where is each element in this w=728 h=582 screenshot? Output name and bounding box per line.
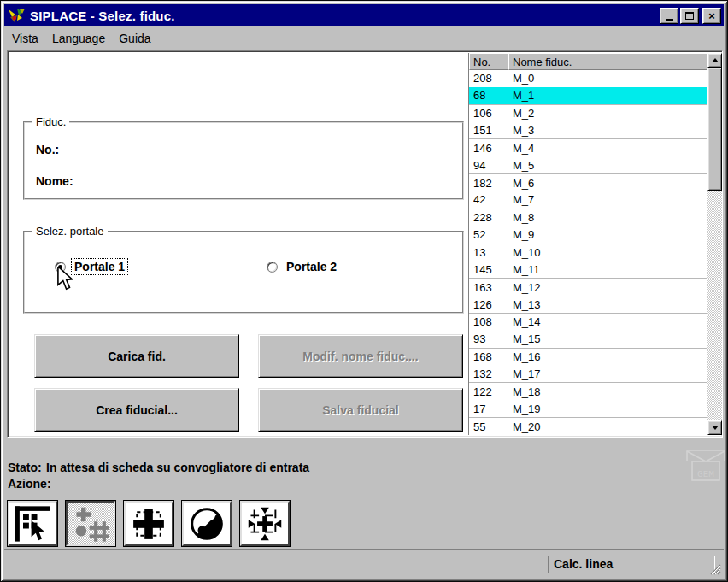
menu-item-vista[interactable]: Vista xyxy=(5,29,45,48)
fiduc-no-label: No.: xyxy=(36,143,59,156)
table-row[interactable]: 52M_9 xyxy=(469,226,707,244)
table-row[interactable]: 108M_14 xyxy=(469,314,707,331)
table-body: 208M_068M_1106M_2151M_3146M_494M_5182M_6… xyxy=(469,70,707,435)
toolbar-select-pointer-button[interactable] xyxy=(8,501,57,546)
cell-no: 42 xyxy=(469,193,508,206)
table-row[interactable]: 126M_13 xyxy=(469,296,707,314)
table-row[interactable]: 93M_15 xyxy=(469,331,707,349)
minimize-icon xyxy=(666,19,673,21)
cell-no: 13 xyxy=(469,246,508,259)
maximize-icon xyxy=(685,12,694,20)
cell-nome: M_12 xyxy=(508,281,707,294)
table-row[interactable]: 42M_7 xyxy=(469,191,707,209)
menu-bar: VistaLanguageGuida xyxy=(5,27,723,49)
table-row[interactable]: 208M_0 xyxy=(469,70,707,87)
cell-nome: M_15 xyxy=(508,332,707,345)
cell-no: 208 xyxy=(469,72,508,85)
table-row[interactable]: 182M_6 xyxy=(469,174,707,191)
cell-no: 145 xyxy=(469,263,508,276)
crea-fiducial-button[interactable]: Crea fiducial... xyxy=(34,388,239,432)
table-row[interactable]: 168M_16 xyxy=(469,349,707,366)
table-row[interactable]: 146M_4 xyxy=(469,139,707,156)
cell-no: 55 xyxy=(469,420,508,433)
cell-no: 106 xyxy=(469,107,508,120)
cell-nome: M_5 xyxy=(508,159,707,172)
close-icon: × xyxy=(708,10,715,21)
carica-fid-button[interactable]: Carica fid. xyxy=(34,334,239,378)
cell-nome: M_4 xyxy=(508,142,707,155)
cell-nome: M_7 xyxy=(508,193,707,206)
toolbar-cross-expand-button[interactable] xyxy=(124,501,173,546)
cell-no: 168 xyxy=(469,350,508,363)
table-row[interactable]: 106M_2 xyxy=(469,105,707,122)
cell-no: 182 xyxy=(469,177,508,190)
scroll-down-button[interactable] xyxy=(707,420,722,435)
fiducial-grid-icon xyxy=(72,505,109,543)
app-window: SIPLACE - Selez. fiduc. × VistaLanguageG… xyxy=(0,0,728,582)
table-row[interactable]: 68M_1 xyxy=(469,87,707,105)
resize-grip[interactable] xyxy=(709,563,721,575)
table-row[interactable]: 132M_17 xyxy=(469,366,707,384)
calc-linea-field: Calc. linea xyxy=(548,556,715,573)
modif-nome-fiduc-button: Modif. nome fiduc.... xyxy=(258,334,463,378)
menu-item-language[interactable]: Language xyxy=(45,29,112,48)
cell-no: 163 xyxy=(469,281,508,294)
close-button[interactable]: × xyxy=(702,8,721,24)
column-header-no[interactable]: No. xyxy=(469,53,508,70)
table-row[interactable]: 13M_10 xyxy=(469,244,707,262)
table-row[interactable]: 94M_5 xyxy=(469,156,707,174)
table-row[interactable]: 55M_20 xyxy=(469,418,707,435)
toolbar-fiducial-grid-button[interactable] xyxy=(66,501,115,546)
fiduc-groupbox: Fiduc. xyxy=(23,121,464,200)
table-row[interactable]: 163M_12 xyxy=(469,279,707,296)
table-row[interactable]: 228M_8 xyxy=(469,209,707,226)
table-row[interactable]: 151M_3 xyxy=(469,122,707,140)
title-bar[interactable]: SIPLACE - Selez. fiduc. × xyxy=(4,4,724,26)
maximize-button[interactable] xyxy=(680,8,699,24)
cross-expand-icon xyxy=(130,505,167,543)
cell-no: 52 xyxy=(469,228,508,241)
column-header-nome[interactable]: Nome fiduc. xyxy=(508,53,707,70)
fiduc-group-title: Fiduc. xyxy=(32,115,69,128)
cell-nome: M_17 xyxy=(508,367,707,380)
portale-1-label[interactable]: Portale 1 xyxy=(72,259,127,274)
cell-nome: M_6 xyxy=(508,177,707,190)
portale-2-radio[interactable] xyxy=(267,262,278,273)
cell-no: 228 xyxy=(469,211,508,224)
cell-nome: M_11 xyxy=(508,263,707,276)
mouse-cursor-icon xyxy=(56,267,73,291)
toolbar-center-target-button[interactable] xyxy=(240,501,290,546)
scrollbar-thumb[interactable] xyxy=(707,68,722,191)
salva-fiducial-button: Salva fiducial xyxy=(258,388,463,432)
cell-no: 17 xyxy=(469,403,508,415)
table-row[interactable]: 17M_19 xyxy=(469,400,707,418)
menu-item-guida[interactable]: Guida xyxy=(112,29,157,48)
azione-label: Azione: xyxy=(8,477,51,491)
stato-label: Stato: xyxy=(8,461,42,474)
select-pointer-icon xyxy=(14,505,51,543)
cell-no: 68 xyxy=(469,89,508,102)
cell-no: 94 xyxy=(469,159,508,172)
table-header: No. Nome fiduc. xyxy=(469,53,707,70)
window-title: SIPLACE - Selez. fiduc. xyxy=(30,9,660,23)
scroll-up-button[interactable] xyxy=(707,53,722,68)
cell-no: 132 xyxy=(469,367,508,380)
fiduc-nome-label: Nome: xyxy=(36,174,73,188)
client-area: Fiduc. No.: Nome: Selez. portale Portale… xyxy=(7,50,723,438)
center-target-icon xyxy=(246,505,284,543)
cell-nome: M_18 xyxy=(508,385,707,398)
cell-nome: M_10 xyxy=(508,246,707,259)
table-scrollbar[interactable] xyxy=(707,53,722,435)
table-row[interactable]: 145M_11 xyxy=(469,261,707,279)
cell-no: 126 xyxy=(469,298,508,311)
cell-nome: M_2 xyxy=(508,107,707,120)
portale-group-title: Selez. portale xyxy=(32,225,108,238)
table-row[interactable]: 122M_18 xyxy=(469,383,707,400)
toolbar-contrast-circle-button[interactable] xyxy=(182,501,232,546)
portale-2-label[interactable]: Portale 2 xyxy=(284,259,339,274)
scroll-up-icon xyxy=(712,58,719,62)
cell-no: 151 xyxy=(469,124,508,137)
minimize-button[interactable] xyxy=(660,8,678,24)
app-icon xyxy=(7,7,26,24)
status-bar: Calc. linea xyxy=(4,549,724,578)
